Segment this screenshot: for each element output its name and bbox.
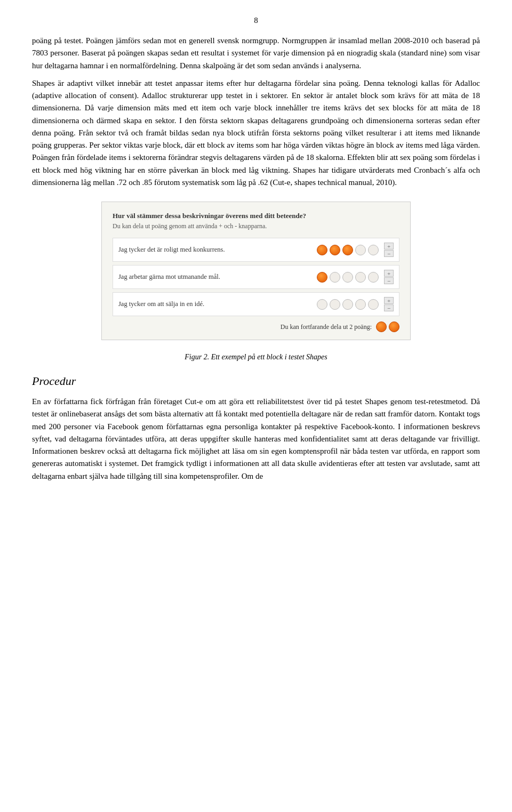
section-paragraph-1: En av författarna fick förfrågan från fö… [32, 396, 480, 483]
footer-circle-2 [389, 321, 399, 332]
circle-3-3 [342, 299, 353, 310]
circle-1-5 [368, 245, 379, 255]
figure-row-2-circles [317, 272, 379, 283]
circle-2-3 [342, 272, 353, 283]
figure-row-1-label: Jag tycker det är roligt med konkurrens. [118, 246, 317, 254]
footer-circle-1 [376, 321, 387, 332]
circle-1-1 [317, 245, 327, 255]
circle-2-1 [317, 272, 327, 283]
figure-row-2-label: Jag arbetar gärna mot utmanande mål. [118, 273, 317, 281]
figure-row-3-circles [317, 299, 379, 310]
circle-1-4 [355, 245, 366, 255]
plus-btn-1[interactable]: + [384, 243, 394, 250]
plus-btn-3[interactable]: + [384, 297, 394, 304]
circle-1-3 [342, 245, 353, 255]
circle-1-2 [330, 245, 340, 255]
circle-2-5 [368, 272, 379, 283]
paragraph-2: Shapes är adaptivt vilket innebär att te… [32, 77, 480, 189]
figure-header: Hur väl stämmer dessa beskrivningar över… [113, 212, 399, 220]
figure-row-1-circles [317, 245, 379, 255]
minus-btn-1[interactable]: − [384, 250, 394, 257]
circle-2-2 [330, 272, 340, 283]
figure-caption: Figur 2. Ett exempel på ett block i test… [32, 353, 480, 361]
text-p2: Shapes är adaptivt vilket innebär att te… [32, 77, 480, 189]
figure-footer: Du kan fortfarande dela ut 2 poäng: [113, 321, 399, 332]
figure-row-2: Jag arbetar gärna mot utmanande mål. + − [113, 265, 399, 289]
figure-subheader: Du kan dela ut poäng genom att använda +… [113, 222, 399, 230]
footer-circles [376, 321, 399, 332]
paragraph-1: poäng på testet. Poängen jämförs sedan m… [32, 35, 480, 72]
minus-btn-3[interactable]: − [384, 304, 394, 311]
plus-btn-2[interactable]: + [384, 270, 394, 277]
circle-3-1 [317, 299, 327, 310]
circle-3-2 [330, 299, 340, 310]
section-heading: Procedur [32, 374, 480, 388]
figure-2: Hur väl stämmer dessa beskrivningar över… [101, 202, 411, 340]
page-number: 8 [32, 16, 480, 25]
figure-row-2-controls[interactable]: + − [384, 270, 394, 284]
circle-3-4 [355, 299, 366, 310]
minus-btn-2[interactable]: − [384, 277, 394, 284]
figure-row-3-label: Jag tycker om att sälja in en idé. [118, 300, 317, 308]
text-p1: poäng på testet. Poängen jämförs sedan m… [32, 35, 480, 72]
figure-row-3-controls[interactable]: + − [384, 297, 394, 311]
figure-row-1-controls[interactable]: + − [384, 243, 394, 257]
circle-2-4 [355, 272, 366, 283]
figure-row-1: Jag tycker det är roligt med konkurrens.… [113, 238, 399, 262]
circle-3-5 [368, 299, 379, 310]
section-text-p1: En av författarna fick förfrågan från fö… [32, 396, 480, 483]
figure-footer-text: Du kan fortfarande dela ut 2 poäng: [281, 323, 372, 331]
figure-row-3: Jag tycker om att sälja in en idé. + − [113, 292, 399, 316]
main-content: poäng på testet. Poängen jämförs sedan m… [32, 35, 480, 483]
